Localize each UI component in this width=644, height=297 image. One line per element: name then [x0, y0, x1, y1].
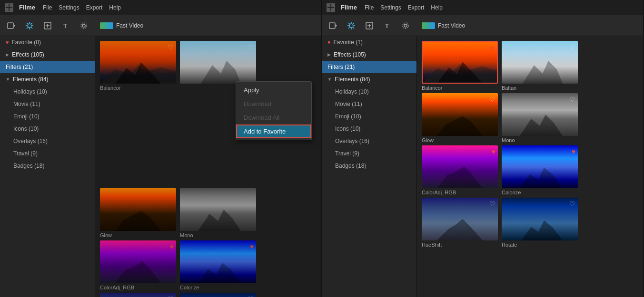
right-menu-settings[interactable]: Settings	[380, 4, 401, 11]
left-sidebar-favorite[interactable]: ♥ Favorite (0)	[0, 36, 95, 48]
right-menu-file[interactable]: File	[365, 4, 374, 11]
context-menu-add-favorite[interactable]: Add to Favorite	[236, 125, 311, 138]
right-sidebar-badges[interactable]: Badges (18)	[322, 160, 416, 172]
left-video-icon[interactable]	[5, 19, 18, 32]
right-edit-icon[interactable]	[363, 19, 376, 32]
left-effects-icon[interactable]	[23, 19, 36, 32]
right-coloradj-heart-btn[interactable]: ♥	[492, 148, 495, 155]
svg-marker-34	[336, 24, 337, 27]
right-effect-mono[interactable]: ♡ Mono	[502, 93, 578, 144]
left-app-name: Filme	[19, 4, 35, 11]
svg-rect-1	[10, 4, 12, 7]
left-sidebar-elements[interactable]: ▼ Elements (84)	[0, 73, 95, 86]
left-hueshift-heart-btn[interactable]: ♡	[168, 295, 174, 297]
svg-rect-2	[6, 8, 9, 11]
context-menu-download: Download	[236, 97, 311, 111]
right-elements-arrow-icon: ▼	[327, 77, 332, 82]
left-coloradj-heart-btn[interactable]: ♥	[170, 243, 174, 250]
right-glow-heart-btn[interactable]: ♡	[489, 96, 495, 103]
right-sidebar-icons[interactable]: Icons (10)	[322, 123, 416, 135]
right-colorize-thumb: ♥	[502, 145, 578, 188]
left-sidebar-holidays[interactable]: Holidays (10)	[0, 86, 95, 98]
right-effect-glow[interactable]: ♡ Glow	[422, 93, 498, 144]
left-sidebar-effects[interactable]: ▶ Effects (105)	[0, 48, 95, 61]
right-sidebar-effects[interactable]: ▶ Effects (105)	[322, 48, 416, 61]
right-effect-rotate[interactable]: ♡ Rotate	[502, 198, 578, 249]
svg-marker-24	[198, 210, 241, 231]
right-effect-coloradj[interactable]: ♥ ColorAdj_RGB	[422, 145, 498, 197]
left-balancor-name: Balancor	[100, 84, 176, 92]
right-menu-bar: File Settings Export Help	[365, 4, 443, 11]
right-rotate-heart-btn[interactable]: ♡	[569, 200, 575, 208]
left-menu-settings[interactable]: Settings	[59, 4, 79, 11]
left-effect-balancor[interactable]: ♡ Balancor	[100, 41, 176, 92]
left-rotate-heart-btn[interactable]: ♡	[248, 295, 254, 297]
left-effect-colorize[interactable]: ♥ Colorize	[180, 240, 256, 292]
left-effect-glow[interactable]: Glow	[100, 188, 176, 240]
left-sidebar-travel[interactable]: Travel (9)	[0, 147, 95, 160]
left-sidebar-emoji[interactable]: Emoji (10)	[0, 110, 95, 123]
right-effects-icon[interactable]	[345, 19, 358, 32]
right-sidebar-emoji[interactable]: Emoji (10)	[322, 110, 416, 123]
left-edit-icon[interactable]	[41, 19, 54, 32]
left-menu-export[interactable]: Export	[86, 4, 103, 11]
left-sidebar-badges[interactable]: Badges (18)	[0, 160, 95, 172]
right-grid-row-2: ♡ Glow ♡ Mono	[422, 93, 638, 144]
svg-marker-54	[437, 166, 483, 188]
right-menu-help[interactable]: Help	[431, 4, 443, 11]
right-sidebar-filters[interactable]: Filters (21)	[322, 61, 416, 73]
right-sidebar-travel[interactable]: Travel (9)	[322, 147, 416, 160]
left-colorize-name: Colorize	[180, 283, 256, 292]
right-menu-export[interactable]: Export	[408, 4, 425, 11]
svg-point-49	[403, 23, 408, 29]
left-baltan-heart-btn[interactable]: ♡	[248, 43, 254, 51]
right-text-icon[interactable]: T	[381, 19, 394, 32]
svg-marker-23	[115, 211, 161, 231]
context-menu-apply[interactable]: Apply	[236, 83, 311, 97]
right-sidebar-holidays[interactable]: Holidays (10)	[322, 86, 416, 98]
left-favorite-label: Favorite (0)	[12, 39, 41, 46]
left-sidebar-movie[interactable]: Movie (11)	[0, 98, 95, 110]
right-fast-video-button[interactable]: Fast Video	[417, 20, 470, 31]
right-baltan-heart-btn[interactable]: ♡	[569, 43, 575, 51]
right-sidebar-elements[interactable]: ▼ Elements (84)	[322, 73, 416, 86]
left-holidays-label: Holidays (10)	[13, 88, 47, 95]
left-fast-video-icon	[100, 22, 113, 29]
right-grid-row-4: ♡ HueShift ♡ Rotate	[422, 198, 638, 249]
svg-marker-21	[115, 62, 161, 84]
left-menu-file[interactable]: File	[43, 4, 52, 11]
left-fast-video-label: Fast Video	[116, 22, 143, 29]
right-colorize-heart-btn[interactable]: ♥	[572, 148, 575, 155]
right-effect-colorize[interactable]: ♥ Colorize	[502, 145, 578, 197]
right-sidebar-movie[interactable]: Movie (11)	[322, 98, 416, 110]
right-hueshift-heart-btn[interactable]: ♡	[489, 200, 495, 208]
left-colorize-heart-btn[interactable]: ♥	[250, 243, 254, 250]
left-effect-mono[interactable]: Mono	[180, 188, 256, 240]
left-balancor-heart-btn[interactable]: ♡	[168, 43, 174, 51]
left-icons-label: Icons (10)	[13, 125, 39, 132]
left-text-icon[interactable]: T	[59, 19, 72, 32]
svg-rect-29	[327, 4, 330, 7]
right-balancor-heart-btn[interactable]: ♥	[491, 44, 495, 52]
right-title-bar: Filme File Settings Export Help	[322, 0, 643, 15]
right-sidebar-overlays[interactable]: Overlays (16)	[322, 135, 416, 147]
left-audio-icon[interactable]	[77, 19, 90, 32]
right-sidebar-favorite[interactable]: ♥ Favorite (1)	[322, 36, 416, 48]
left-effect-coloradj[interactable]: ♥ ColorAdj_RGB	[100, 240, 176, 292]
right-mono-heart-btn[interactable]: ♡	[569, 96, 575, 103]
left-effect-rotate[interactable]: ♡ Rotate	[180, 293, 256, 297]
left-effect-hueshift[interactable]: ♡ HueShift	[100, 293, 176, 297]
right-effect-hueshift[interactable]: ♡ HueShift	[422, 198, 498, 249]
right-colorize-name: Colorize	[502, 188, 578, 197]
right-audio-icon[interactable]	[399, 19, 412, 32]
right-effect-baltan[interactable]: ♡ Baltan	[502, 41, 578, 92]
svg-rect-4	[8, 23, 13, 29]
left-fast-video-button[interactable]: Fast Video	[95, 20, 148, 31]
right-effect-balancor[interactable]: ♥ Balancor	[422, 41, 498, 92]
left-sidebar-filters[interactable]: Filters (21)	[0, 61, 95, 73]
left-sidebar-icons[interactable]: Icons (10)	[0, 123, 95, 135]
left-menu-help[interactable]: Help	[109, 4, 121, 11]
left-sidebar-overlays[interactable]: Overlays (16)	[0, 135, 95, 147]
right-video-icon[interactable]	[327, 19, 340, 32]
svg-line-42	[353, 23, 355, 24]
